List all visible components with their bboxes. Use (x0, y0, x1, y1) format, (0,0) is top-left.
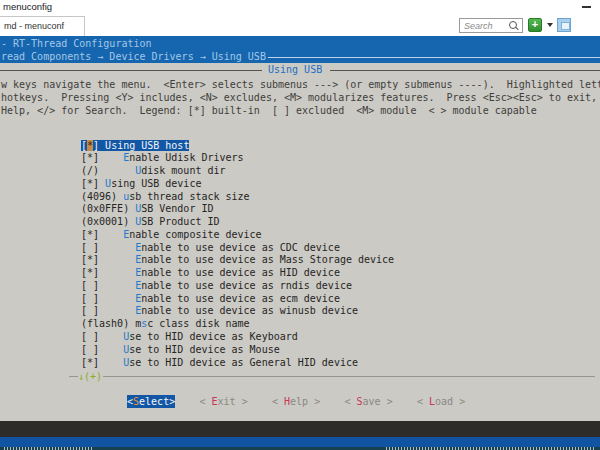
menu-item[interactable]: [*] Enable to use device as HID device (81, 267, 600, 280)
select-button[interactable]: <Select> (127, 395, 175, 408)
menu-item[interactable]: [ ] Enable to use device as ecm device (81, 293, 600, 306)
dialog-border-left (0, 70, 262, 71)
menu-item[interactable]: [ ] Use to HID device as Keyboard (81, 331, 600, 344)
new-tab-button[interactable]: + (528, 18, 542, 32)
menu-item[interactable]: [ ] Enable to use device as winusb devic… (81, 305, 600, 318)
menu-item[interactable]: [ ] Enable to use device as CDC device (81, 242, 600, 255)
tab-bar: md - menuconf + (0, 15, 600, 36)
menuconfig-dialog: Using USB w keys navigate the menu. <Ent… (0, 63, 600, 421)
terminal: - RT-Thread Configuration read Component… (0, 36, 600, 450)
menu-item[interactable]: [*] Enable composite device (81, 229, 600, 242)
instruction-line: hotkeys. Pressing <Y> includes, <N> excl… (1, 91, 600, 104)
menu-item[interactable]: [*] Using USB host (81, 140, 600, 153)
instructions: w keys navigate the menu. <Enter> select… (1, 78, 600, 117)
instruction-line: w keys navigate the menu. <Enter> select… (1, 78, 600, 91)
breadcrumb: read Components → Device Drivers → Using… (1, 50, 266, 63)
scroll-more-indicator: ↓(+) (78, 370, 102, 383)
breadcrumb-rule (268, 57, 600, 58)
chevron-down-icon[interactable] (547, 23, 553, 27)
window-titlebar: menuconfig (0, 0, 600, 15)
tab-label: md - menuconf (4, 21, 64, 31)
dialog-title: Using USB (268, 63, 322, 76)
window-title: menuconfig (3, 1, 52, 12)
menu-item[interactable]: (4096) usb thread stack size (81, 191, 600, 204)
menu-item[interactable]: (flash0) msc class disk name (81, 318, 600, 331)
help-button[interactable]: < Help > (272, 395, 320, 408)
dialog-border-right (330, 70, 600, 71)
console-icon[interactable] (557, 18, 571, 32)
save-button[interactable]: < Save > (345, 395, 393, 408)
menu-item[interactable]: [ ] Enable to use device as rndis device (81, 280, 600, 293)
menu-item[interactable]: [*] Enable to use device as Mass Storage… (81, 254, 600, 267)
menu-item[interactable]: (0x0FFE) USB Vendor ID (81, 203, 600, 216)
load-button[interactable]: < Load > (417, 395, 465, 408)
menu-list: [*] Using USB host[*] Enable Udisk Drive… (81, 140, 600, 370)
menu-item[interactable]: [*] Enable Udisk Drivers (81, 152, 600, 165)
list-border-right (103, 376, 595, 377)
menu-item[interactable]: (0x0001) USB Product ID (81, 216, 600, 229)
menu-item[interactable]: [*] Using USB device (81, 178, 600, 191)
list-border-left (69, 376, 78, 377)
config-title-line: - RT-Thread Configuration (1, 37, 152, 50)
app-window: menuconfig md - menuconf + - RT-Thread C… (0, 0, 600, 450)
tab-cmd-menuconf[interactable]: md - menuconf (0, 16, 85, 36)
minimize-icon[interactable] (582, 6, 591, 8)
dialog-buttons: <Select>< Exit >< Help >< Save >< Load > (0, 395, 600, 408)
search-icon (509, 21, 517, 29)
exit-button[interactable]: < Exit > (200, 395, 248, 408)
menu-item[interactable]: [ ] Use to HID device as Mouse (81, 344, 600, 357)
instruction-line: Help, </> for Search. Legend: [*] built-… (1, 104, 600, 117)
terminal-bottom-band (0, 421, 600, 437)
menu-item[interactable]: (/) Udisk mount dir (81, 165, 600, 178)
terminal-blue-band (0, 437, 600, 447)
menu-item[interactable]: [*] Use to HID device as General HID dev… (81, 357, 600, 370)
